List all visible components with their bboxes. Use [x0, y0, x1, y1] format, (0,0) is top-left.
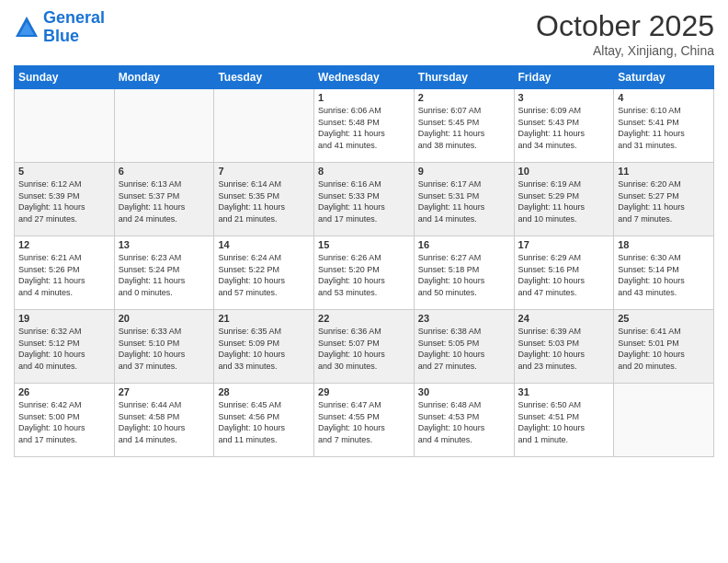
day-info: Sunrise: 6:19 AM Sunset: 5:29 PM Dayligh…	[518, 178, 610, 224]
day-cell-20: 20Sunrise: 6:33 AM Sunset: 5:10 PM Dayli…	[114, 310, 214, 384]
weekday-wednesday: Wednesday	[314, 66, 415, 89]
week-row-2: 5Sunrise: 6:12 AM Sunset: 5:39 PM Daylig…	[15, 163, 714, 236]
day-cell-19: 19Sunrise: 6:32 AM Sunset: 5:12 PM Dayli…	[15, 310, 115, 384]
day-info: Sunrise: 6:38 AM Sunset: 5:05 PM Dayligh…	[418, 326, 510, 372]
page-header: General Blue October 2025 Altay, Xinjian…	[14, 9, 714, 58]
day-info: Sunrise: 6:07 AM Sunset: 5:45 PM Dayligh…	[418, 105, 510, 151]
day-info: Sunrise: 6:33 AM Sunset: 5:10 PM Dayligh…	[119, 326, 210, 372]
day-info: Sunrise: 6:26 AM Sunset: 5:20 PM Dayligh…	[318, 252, 410, 298]
day-cell-31: 31Sunrise: 6:50 AM Sunset: 4:51 PM Dayli…	[514, 384, 614, 457]
day-number: 27	[119, 386, 210, 397]
day-info: Sunrise: 6:13 AM Sunset: 5:37 PM Dayligh…	[119, 178, 210, 224]
day-number: 3	[518, 92, 610, 103]
day-cell-21: 21Sunrise: 6:35 AM Sunset: 5:09 PM Dayli…	[214, 310, 314, 384]
month-title: October 2025	[536, 9, 714, 43]
day-cell-11: 11Sunrise: 6:20 AM Sunset: 5:27 PM Dayli…	[614, 163, 714, 236]
day-cell-7: 7Sunrise: 6:14 AM Sunset: 5:35 PM Daylig…	[214, 163, 314, 236]
day-info: Sunrise: 6:14 AM Sunset: 5:35 PM Dayligh…	[218, 178, 310, 224]
day-number: 26	[18, 386, 110, 397]
day-number: 23	[418, 313, 510, 324]
day-number: 16	[418, 239, 510, 250]
logo-line1: General	[43, 8, 105, 27]
logo-text: General Blue	[43, 9, 105, 46]
day-number: 2	[418, 92, 510, 103]
day-info: Sunrise: 6:29 AM Sunset: 5:16 PM Dayligh…	[518, 252, 610, 298]
empty-cell	[114, 89, 214, 163]
logo-icon	[14, 15, 40, 40]
day-number: 11	[618, 166, 710, 177]
day-cell-15: 15Sunrise: 6:26 AM Sunset: 5:20 PM Dayli…	[314, 236, 415, 310]
day-info: Sunrise: 6:23 AM Sunset: 5:24 PM Dayligh…	[119, 252, 210, 298]
day-info: Sunrise: 6:47 AM Sunset: 4:55 PM Dayligh…	[318, 399, 410, 445]
day-number: 1	[318, 92, 410, 103]
day-cell-22: 22Sunrise: 6:36 AM Sunset: 5:07 PM Dayli…	[314, 310, 415, 384]
day-cell-3: 3Sunrise: 6:09 AM Sunset: 5:43 PM Daylig…	[514, 89, 614, 163]
day-info: Sunrise: 6:41 AM Sunset: 5:01 PM Dayligh…	[618, 326, 710, 372]
day-cell-12: 12Sunrise: 6:21 AM Sunset: 5:26 PM Dayli…	[15, 236, 115, 310]
day-number: 15	[318, 239, 410, 250]
week-row-5: 26Sunrise: 6:42 AM Sunset: 5:00 PM Dayli…	[15, 384, 714, 457]
day-info: Sunrise: 6:32 AM Sunset: 5:12 PM Dayligh…	[18, 326, 110, 372]
day-cell-23: 23Sunrise: 6:38 AM Sunset: 5:05 PM Dayli…	[414, 310, 514, 384]
day-info: Sunrise: 6:48 AM Sunset: 4:53 PM Dayligh…	[418, 399, 510, 445]
day-cell-30: 30Sunrise: 6:48 AM Sunset: 4:53 PM Dayli…	[414, 384, 514, 457]
logo: General Blue	[14, 9, 105, 46]
day-number: 20	[119, 313, 210, 324]
location: Altay, Xinjiang, China	[536, 43, 714, 58]
day-number: 18	[618, 239, 710, 250]
day-cell-4: 4Sunrise: 6:10 AM Sunset: 5:41 PM Daylig…	[614, 89, 714, 163]
weekday-sunday: Sunday	[15, 66, 115, 89]
weekday-saturday: Saturday	[614, 66, 714, 89]
day-info: Sunrise: 6:12 AM Sunset: 5:39 PM Dayligh…	[18, 178, 110, 224]
day-number: 7	[218, 166, 310, 177]
day-cell-5: 5Sunrise: 6:12 AM Sunset: 5:39 PM Daylig…	[15, 163, 115, 236]
day-cell-27: 27Sunrise: 6:44 AM Sunset: 4:58 PM Dayli…	[114, 384, 214, 457]
day-cell-10: 10Sunrise: 6:19 AM Sunset: 5:29 PM Dayli…	[514, 163, 614, 236]
weekday-thursday: Thursday	[414, 66, 514, 89]
day-number: 22	[318, 313, 410, 324]
day-info: Sunrise: 6:36 AM Sunset: 5:07 PM Dayligh…	[318, 326, 410, 372]
week-row-3: 12Sunrise: 6:21 AM Sunset: 5:26 PM Dayli…	[15, 236, 714, 310]
day-cell-25: 25Sunrise: 6:41 AM Sunset: 5:01 PM Dayli…	[614, 310, 714, 384]
day-info: Sunrise: 6:21 AM Sunset: 5:26 PM Dayligh…	[18, 252, 110, 298]
day-info: Sunrise: 6:10 AM Sunset: 5:41 PM Dayligh…	[618, 105, 710, 151]
day-cell-2: 2Sunrise: 6:07 AM Sunset: 5:45 PM Daylig…	[414, 89, 514, 163]
empty-cell	[614, 384, 714, 457]
day-cell-14: 14Sunrise: 6:24 AM Sunset: 5:22 PM Dayli…	[214, 236, 314, 310]
day-number: 31	[518, 386, 610, 397]
day-number: 5	[18, 166, 110, 177]
day-number: 9	[418, 166, 510, 177]
empty-cell	[15, 89, 115, 163]
weekday-friday: Friday	[514, 66, 614, 89]
title-block: October 2025 Altay, Xinjiang, China	[536, 9, 714, 58]
day-number: 19	[18, 313, 110, 324]
calendar: SundayMondayTuesdayWednesdayThursdayFrid…	[14, 65, 714, 457]
logo-line2: Blue	[43, 27, 79, 45]
day-number: 14	[218, 239, 310, 250]
week-row-1: 1Sunrise: 6:06 AM Sunset: 5:48 PM Daylig…	[15, 89, 714, 163]
day-info: Sunrise: 6:09 AM Sunset: 5:43 PM Dayligh…	[518, 105, 610, 151]
day-cell-8: 8Sunrise: 6:16 AM Sunset: 5:33 PM Daylig…	[314, 163, 415, 236]
day-info: Sunrise: 6:24 AM Sunset: 5:22 PM Dayligh…	[218, 252, 310, 298]
day-cell-17: 17Sunrise: 6:29 AM Sunset: 5:16 PM Dayli…	[514, 236, 614, 310]
day-cell-9: 9Sunrise: 6:17 AM Sunset: 5:31 PM Daylig…	[414, 163, 514, 236]
day-number: 29	[318, 386, 410, 397]
week-row-4: 19Sunrise: 6:32 AM Sunset: 5:12 PM Dayli…	[15, 310, 714, 384]
day-info: Sunrise: 6:20 AM Sunset: 5:27 PM Dayligh…	[618, 178, 710, 224]
day-info: Sunrise: 6:06 AM Sunset: 5:48 PM Dayligh…	[318, 105, 410, 151]
day-cell-24: 24Sunrise: 6:39 AM Sunset: 5:03 PM Dayli…	[514, 310, 614, 384]
day-number: 10	[518, 166, 610, 177]
day-number: 25	[618, 313, 710, 324]
day-info: Sunrise: 6:27 AM Sunset: 5:18 PM Dayligh…	[418, 252, 510, 298]
day-info: Sunrise: 6:39 AM Sunset: 5:03 PM Dayligh…	[518, 326, 610, 372]
weekday-tuesday: Tuesday	[214, 66, 314, 89]
day-cell-16: 16Sunrise: 6:27 AM Sunset: 5:18 PM Dayli…	[414, 236, 514, 310]
day-cell-13: 13Sunrise: 6:23 AM Sunset: 5:24 PM Dayli…	[114, 236, 214, 310]
day-cell-26: 26Sunrise: 6:42 AM Sunset: 5:00 PM Dayli…	[15, 384, 115, 457]
weekday-header-row: SundayMondayTuesdayWednesdayThursdayFrid…	[15, 66, 714, 89]
day-cell-29: 29Sunrise: 6:47 AM Sunset: 4:55 PM Dayli…	[314, 384, 415, 457]
day-number: 12	[18, 239, 110, 250]
day-info: Sunrise: 6:16 AM Sunset: 5:33 PM Dayligh…	[318, 178, 410, 224]
day-number: 13	[119, 239, 210, 250]
day-info: Sunrise: 6:35 AM Sunset: 5:09 PM Dayligh…	[218, 326, 310, 372]
